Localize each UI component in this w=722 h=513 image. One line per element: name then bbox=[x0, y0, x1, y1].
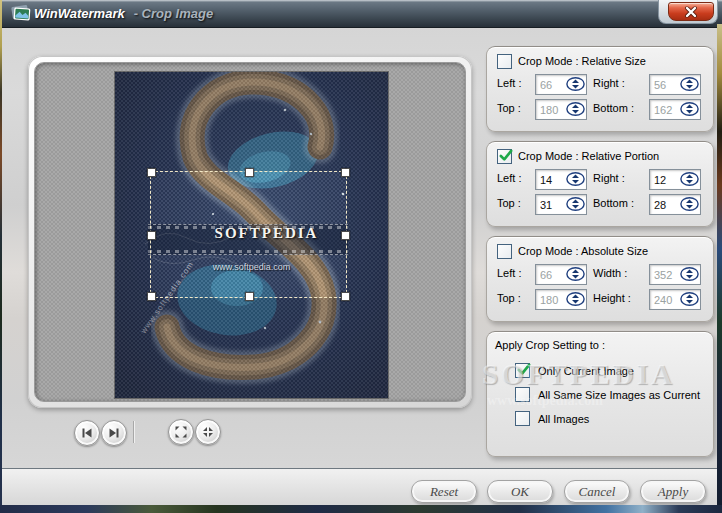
absolute-size-height-field[interactable] bbox=[649, 289, 701, 310]
option-all-images[interactable]: All Images bbox=[515, 411, 589, 426]
apply-group-title: Apply Crop Setting to : bbox=[495, 339, 605, 351]
close-icon bbox=[685, 6, 698, 17]
all-same-size-checkbox[interactable] bbox=[515, 387, 530, 402]
relative-portion-left-field[interactable] bbox=[535, 169, 587, 190]
cancel-button[interactable]: Cancel bbox=[564, 480, 630, 503]
close-button[interactable] bbox=[668, 2, 714, 21]
apply-button[interactable]: Apply bbox=[640, 480, 706, 503]
left-spinner[interactable] bbox=[566, 77, 585, 91]
option-all-same-size-images[interactable]: All Same Size Images as Current bbox=[515, 387, 700, 402]
crop-handle-bottom-center[interactable] bbox=[245, 292, 254, 301]
relative-portion-checkbox[interactable] bbox=[497, 149, 512, 164]
absolute-size-left-field[interactable] bbox=[535, 264, 587, 285]
crop-handle-bottom-left[interactable] bbox=[147, 292, 156, 301]
relative-portion-right-field[interactable] bbox=[649, 169, 701, 190]
width-spinner[interactable] bbox=[680, 267, 699, 281]
left-spinner[interactable] bbox=[566, 267, 585, 281]
spinner-icon bbox=[566, 267, 585, 281]
absolute-size-left-input[interactable] bbox=[537, 266, 567, 282]
crop-selection-rectangle[interactable] bbox=[150, 171, 347, 298]
preview-image[interactable]: SOFTPEDIA www.softpedia.com www.softpedi… bbox=[115, 72, 388, 398]
absolute-size-checkbox[interactable] bbox=[497, 244, 512, 259]
relative-size-right-field[interactable] bbox=[649, 74, 701, 95]
all-images-checkbox[interactable] bbox=[515, 411, 530, 426]
right-spinner[interactable] bbox=[680, 172, 699, 186]
top-spinner[interactable] bbox=[566, 292, 585, 306]
app-icon bbox=[8, 3, 32, 23]
relative-size-left-input[interactable] bbox=[537, 76, 567, 92]
left-label: Left : bbox=[497, 172, 521, 184]
absolute-size-height-input[interactable] bbox=[651, 291, 681, 307]
relative-size-checkbox[interactable] bbox=[497, 54, 512, 69]
left-spinner[interactable] bbox=[566, 172, 585, 186]
relative-size-bottom-input[interactable] bbox=[651, 101, 681, 117]
top-label: Top : bbox=[497, 197, 521, 209]
group-crop-mode-absolute-size: Crop Mode : Absolute Size Left : Width :… bbox=[486, 236, 714, 322]
skip-first-icon bbox=[81, 427, 93, 439]
check-icon bbox=[498, 148, 514, 164]
spinner-icon bbox=[566, 102, 585, 116]
spinner-icon bbox=[680, 77, 699, 91]
desktop-edge-left bbox=[0, 0, 2, 513]
group-crop-mode-relative-portion: Crop Mode : Relative Portion Left : Righ… bbox=[486, 141, 714, 227]
relative-size-bottom-field[interactable] bbox=[649, 99, 701, 120]
option-label: All Images bbox=[538, 413, 589, 425]
bottom-label: Bottom : bbox=[593, 197, 634, 209]
desktop-edge-right bbox=[717, 24, 722, 513]
group-title: Crop Mode : Relative Size bbox=[518, 55, 646, 67]
zoom-to-fit-button[interactable] bbox=[168, 419, 194, 445]
actual-size-button[interactable] bbox=[195, 419, 221, 445]
relative-portion-bottom-field[interactable] bbox=[649, 194, 701, 215]
crop-handle-middle-left[interactable] bbox=[147, 231, 156, 240]
crop-handle-top-left[interactable] bbox=[147, 168, 156, 177]
relative-portion-top-field[interactable] bbox=[535, 194, 587, 215]
relative-portion-top-input[interactable] bbox=[537, 196, 567, 212]
option-label: All Same Size Images as Current bbox=[538, 389, 700, 401]
top-label: Top : bbox=[497, 102, 521, 114]
dialog-name: - Crop Image bbox=[134, 6, 213, 21]
top-label: Top : bbox=[497, 292, 521, 304]
width-label: Width : bbox=[593, 267, 627, 279]
bottom-spinner[interactable] bbox=[680, 197, 699, 211]
crop-handle-top-center[interactable] bbox=[245, 168, 254, 177]
relative-size-top-field[interactable] bbox=[535, 99, 587, 120]
image-preview-panel: SOFTPEDIA www.softpedia.com www.softpedi… bbox=[28, 56, 472, 408]
absolute-size-width-field[interactable] bbox=[649, 264, 701, 285]
relative-size-right-input[interactable] bbox=[651, 76, 681, 92]
relative-portion-right-input[interactable] bbox=[651, 171, 681, 187]
group-title: Crop Mode : Absolute Size bbox=[518, 245, 648, 257]
relative-size-top-input[interactable] bbox=[537, 101, 567, 117]
only-current-image-checkbox[interactable] bbox=[515, 363, 530, 378]
crop-handle-bottom-right[interactable] bbox=[341, 292, 350, 301]
skip-last-icon bbox=[108, 427, 120, 439]
absolute-size-top-input[interactable] bbox=[537, 291, 567, 307]
top-spinner[interactable] bbox=[566, 102, 585, 116]
height-label: Height : bbox=[593, 292, 631, 304]
relative-portion-left-input[interactable] bbox=[537, 171, 567, 187]
expand-icon bbox=[175, 426, 188, 439]
spinner-icon bbox=[680, 197, 699, 211]
absolute-size-top-field[interactable] bbox=[535, 289, 587, 310]
app-name: WinWatermark bbox=[34, 6, 125, 21]
right-label: Right : bbox=[593, 172, 625, 184]
absolute-size-width-input[interactable] bbox=[651, 266, 681, 282]
crop-handle-top-right[interactable] bbox=[341, 168, 350, 177]
reset-button[interactable]: Reset bbox=[411, 480, 477, 503]
bottom-label: Bottom : bbox=[593, 102, 634, 114]
height-spinner[interactable] bbox=[680, 292, 699, 306]
bottom-spinner[interactable] bbox=[680, 102, 699, 116]
spinner-icon bbox=[680, 172, 699, 186]
spinner-icon bbox=[566, 77, 585, 91]
relative-size-left-field[interactable] bbox=[535, 74, 587, 95]
relative-portion-bottom-input[interactable] bbox=[651, 196, 681, 212]
top-spinner[interactable] bbox=[566, 197, 585, 211]
right-spinner[interactable] bbox=[680, 77, 699, 91]
first-image-button[interactable] bbox=[74, 420, 100, 446]
left-label: Left : bbox=[497, 77, 521, 89]
last-image-button[interactable] bbox=[101, 420, 127, 446]
nav-separator bbox=[133, 421, 134, 443]
check-icon bbox=[516, 362, 532, 378]
crop-handle-middle-right[interactable] bbox=[341, 231, 350, 240]
option-only-current-image[interactable]: Only Current Image bbox=[515, 363, 634, 378]
ok-button[interactable]: OK bbox=[487, 480, 553, 503]
